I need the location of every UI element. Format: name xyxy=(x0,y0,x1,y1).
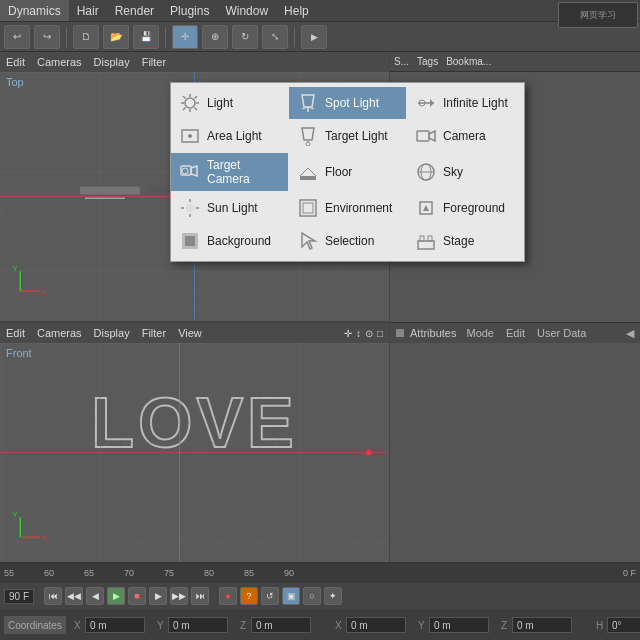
next-frame-button[interactable]: ▶ xyxy=(149,587,167,605)
svg-line-28 xyxy=(183,108,186,111)
coord-y-value[interactable]: 0 m xyxy=(168,617,228,633)
menu-target-camera-label: Target Camera xyxy=(207,158,280,186)
menu-dynamics[interactable]: Dynamics xyxy=(0,0,69,21)
menu-item-floor[interactable]: Floor xyxy=(289,153,406,191)
vt-display[interactable]: Display xyxy=(94,56,130,68)
vt-filter[interactable]: Filter xyxy=(142,56,166,68)
svg-line-27 xyxy=(195,96,198,99)
menu-item-infinite-light[interactable]: Infinite Light xyxy=(407,87,524,119)
frame-marker-70: 70 xyxy=(124,568,134,578)
undo-button[interactable]: ↩ xyxy=(4,25,30,49)
play-button[interactable]: ▶ xyxy=(107,587,125,605)
coord-z-value[interactable]: 0 m xyxy=(251,617,311,633)
menu-item-selection[interactable]: Selection xyxy=(289,225,406,257)
question-button[interactable]: ? xyxy=(240,587,258,605)
menu-hair[interactable]: Hair xyxy=(69,0,107,21)
tab-tags[interactable]: Tags xyxy=(417,56,438,67)
menu-item-background[interactable]: Background xyxy=(171,225,288,257)
menu-light-label: Light xyxy=(207,96,233,110)
frame-marker-80: 80 xyxy=(204,568,214,578)
tab-bookmarks[interactable]: Bookma... xyxy=(446,56,491,67)
mode-btn-2[interactable]: ▣ xyxy=(282,587,300,605)
menu-item-sun-light[interactable]: Sun Light xyxy=(171,192,288,224)
attr-header: Attributes Mode Edit User Data ◀ xyxy=(390,323,640,343)
rotate-button[interactable]: ↻ xyxy=(232,25,258,49)
menu-item-light[interactable]: Light xyxy=(171,87,288,119)
menu-plugins[interactable]: Plugins xyxy=(162,0,217,21)
vt-edit[interactable]: Edit xyxy=(6,56,25,68)
mode-btn-3[interactable]: ○ xyxy=(303,587,321,605)
vb-cameras[interactable]: Cameras xyxy=(37,327,82,339)
toolbar: ↩ ↪ 🗋 📂 💾 ✛ ⊕ ↻ ⤡ ▶ xyxy=(0,22,640,52)
move-icon[interactable]: ✛ xyxy=(344,328,352,339)
record-button[interactable]: ● xyxy=(219,587,237,605)
coord-x-section: X 0 m xyxy=(74,617,145,633)
prev-frame-button[interactable]: ◀ xyxy=(86,587,104,605)
timeline-area: 55 60 65 70 75 80 85 90 0 F 90 F ⏮ ◀◀ ◀ … xyxy=(0,562,640,640)
end-frame-display: 90 F xyxy=(4,589,34,604)
svg-line-25 xyxy=(183,96,186,99)
menu-item-camera[interactable]: Camera xyxy=(407,120,524,152)
svg-marker-29 xyxy=(302,95,314,107)
coord-h-label: H xyxy=(596,620,604,631)
coord-x2-section: X 0 m xyxy=(335,617,406,633)
tab-s[interactable]: S... xyxy=(394,56,409,67)
scale-button[interactable]: ⤡ xyxy=(262,25,288,49)
vb-filter[interactable]: Filter xyxy=(142,327,166,339)
menu-item-spot-light[interactable]: Spot Light xyxy=(289,87,406,119)
redo-button[interactable]: ↪ xyxy=(34,25,60,49)
go-end-button[interactable]: ⏭ xyxy=(191,587,209,605)
svg-text:Y: Y xyxy=(12,264,18,273)
menu-item-stage[interactable]: Stage xyxy=(407,225,524,257)
coord-z2-label: Z xyxy=(501,620,509,631)
attr-tab-edit[interactable]: Edit xyxy=(506,327,525,339)
mode-btn-4[interactable]: ✦ xyxy=(324,587,342,605)
coord-x2-value[interactable]: 0 m xyxy=(346,617,406,633)
save-button[interactable]: 💾 xyxy=(133,25,159,49)
coordinates-bar: Coordinates X 0 m Y 0 m Z 0 m X 0 m Y 0 … xyxy=(0,609,640,640)
menu-item-area-light[interactable]: Area Light xyxy=(171,120,288,152)
vb-display[interactable]: Display xyxy=(94,327,130,339)
menu-item-target-camera[interactable]: Target Camera xyxy=(171,153,288,191)
svg-line-26 xyxy=(195,108,198,111)
coord-z2-value[interactable]: 0 m xyxy=(512,617,572,633)
timeline-controls: 90 F ⏮ ◀◀ ◀ ▶ ■ ▶ ▶▶ ⏭ ● ? ↺ ▣ ○ ✦ xyxy=(0,583,640,609)
menu-render[interactable]: Render xyxy=(107,0,162,21)
maximize-icon[interactable]: □ xyxy=(377,328,383,339)
sky-icon xyxy=(415,161,437,183)
attr-arrow-icon[interactable]: ◀ xyxy=(626,327,634,340)
target-light-icon xyxy=(297,125,319,147)
viewport-top-header: Edit Cameras Display Filter xyxy=(0,52,389,72)
viewport-bottom-header: Edit Cameras Display Filter View ✛ ↕ ⊙ □ xyxy=(0,323,389,343)
next-key-button[interactable]: ▶▶ xyxy=(170,587,188,605)
loop-button[interactable]: ↺ xyxy=(261,587,279,605)
menu-help[interactable]: Help xyxy=(276,0,317,21)
vb-view[interactable]: View xyxy=(178,327,202,339)
move-button[interactable]: ⊕ xyxy=(202,25,228,49)
go-start-button[interactable]: ⏮ xyxy=(44,587,62,605)
menu-item-sky[interactable]: Sky xyxy=(407,153,524,191)
menu-item-foreground[interactable]: Foreground xyxy=(407,192,524,224)
viewport-bottom: Edit Cameras Display Filter View ✛ ↕ ⊙ □… xyxy=(0,322,390,562)
menu-window[interactable]: Window xyxy=(217,0,276,21)
coord-y2-value[interactable]: 0 m xyxy=(429,617,489,633)
attr-tab-mode[interactable]: Mode xyxy=(466,327,494,339)
attr-tab-userdata[interactable]: User Data xyxy=(537,327,587,339)
vb-edit[interactable]: Edit xyxy=(6,327,25,339)
vt-cameras[interactable]: Cameras xyxy=(37,56,82,68)
menu-item-environment[interactable]: Environment xyxy=(289,192,406,224)
stop-button[interactable]: ■ xyxy=(128,587,146,605)
open-button[interactable]: 📂 xyxy=(103,25,129,49)
svg-marker-42 xyxy=(429,131,435,141)
svg-point-39 xyxy=(306,142,310,146)
reset-icon[interactable]: ⊙ xyxy=(365,328,373,339)
select-button[interactable]: ✛ xyxy=(172,25,198,49)
zoom-icon[interactable]: ↕ xyxy=(356,328,361,339)
coord-x-value[interactable]: 0 m xyxy=(85,617,145,633)
prev-key-button[interactable]: ◀◀ xyxy=(65,587,83,605)
svg-rect-63 xyxy=(418,241,434,249)
new-button[interactable]: 🗋 xyxy=(73,25,99,49)
render-button[interactable]: ▶ xyxy=(301,25,327,49)
menu-item-target-light[interactable]: Target Light xyxy=(289,120,406,152)
coord-h-value[interactable]: 0° xyxy=(607,617,640,633)
